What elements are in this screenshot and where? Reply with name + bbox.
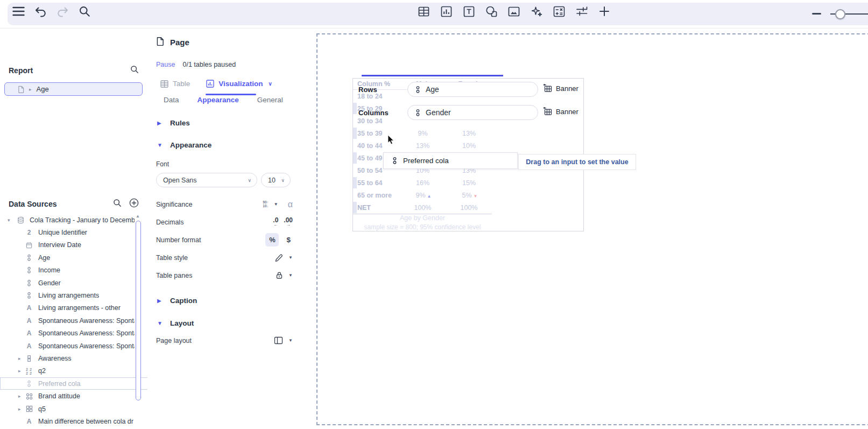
data-sources-scrollbar[interactable] — [136, 221, 141, 400]
zoom-out-icon[interactable] — [812, 13, 821, 15]
alpha-button[interactable]: α — [288, 200, 293, 209]
font-label: Font — [156, 160, 293, 168]
dropdown-caret-icon[interactable]: ▼ — [288, 273, 293, 278]
menu-icon[interactable] — [12, 5, 25, 18]
chevron-down-icon: ▼ — [157, 320, 163, 326]
insert-text-icon[interactable] — [462, 5, 475, 18]
cell-male: 13% — [399, 142, 448, 150]
tree-item-label: Income — [38, 266, 60, 274]
tab-appearance[interactable]: Appearance — [197, 96, 239, 104]
tab-visualization[interactable]: Visualization ∨ — [206, 80, 272, 88]
table-footer: Age by Gender sample size = 800; 95% con… — [353, 214, 492, 231]
currency-format-button[interactable]: $ — [284, 236, 293, 244]
chevron-right-icon: ▶ — [157, 120, 163, 126]
pause-status: 0/1 tables paused — [182, 61, 236, 68]
tree-item[interactable]: A Main difference between cola dr — [0, 415, 147, 427]
expand-arrow-icon[interactable] — [18, 352, 21, 364]
calculation-icon[interactable] — [553, 5, 566, 18]
table-row: 35 to 39 9% 13% — [353, 127, 492, 139]
section-caption[interactable]: ▶ Caption — [157, 297, 293, 305]
variable-type-icon — [25, 380, 33, 388]
tree-item[interactable]: Living arrangements — [0, 289, 147, 301]
expand-arrow-icon[interactable] — [8, 214, 10, 226]
tree-item[interactable]: Awareness — [0, 352, 147, 364]
table-row: 55 to 64 16% 15% — [353, 177, 492, 189]
rows-banner-button[interactable]: Banner — [542, 84, 578, 93]
toolbar-left-group — [12, 0, 91, 23]
tree-item-label: Interview Date — [38, 241, 81, 249]
tree-item[interactable]: A Spontaneous Awareness: Sponta — [0, 314, 147, 327]
undo-icon[interactable] — [34, 5, 47, 18]
add-plus-icon[interactable] — [598, 5, 611, 18]
decrease-decimals-button[interactable]: .0 ← — [273, 217, 278, 227]
expand-arrow-icon[interactable]: ▸ — [29, 87, 32, 92]
variable-type-icon: 2222 — [25, 368, 33, 375]
section-rules[interactable]: ▶ Rules — [157, 119, 293, 127]
tree-item[interactable]: Brand attitude — [0, 390, 147, 402]
insert-table-icon[interactable] — [417, 5, 430, 18]
dropdown-caret-icon[interactable]: ▼ — [288, 338, 293, 343]
tab-table[interactable]: Table — [160, 80, 190, 88]
ai-sparkle-icon[interactable] — [530, 5, 543, 18]
tree-item[interactable]: A Living arrangements - other — [0, 302, 147, 314]
tree-item[interactable]: Gender — [0, 277, 147, 289]
cell-female: 100% — [448, 204, 491, 212]
tree-item-label: Spontaneous Awareness: Sponta — [38, 329, 135, 337]
increase-decimals-button[interactable]: .00 → — [284, 217, 293, 227]
report-item-age[interactable]: ▸ Age — [4, 82, 143, 96]
pen-icon[interactable] — [274, 254, 283, 262]
variable-type-icon — [25, 393, 33, 400]
table-title: Age by Gender — [353, 214, 492, 222]
report-search-icon[interactable] — [130, 65, 139, 75]
pause-link[interactable]: Pause — [156, 61, 175, 68]
data-sources-search-icon[interactable] — [113, 199, 122, 209]
tree-item[interactable]: Cola Tracking - January to Decemb — [0, 214, 147, 226]
dropdown-caret-icon[interactable]: ▼ — [274, 202, 278, 207]
table-style-label: Table style — [156, 254, 188, 262]
lock-icon[interactable] — [276, 271, 283, 279]
tree-item-label: Main difference between cola dr — [38, 418, 133, 425]
table-row: NET 100% 100% — [353, 201, 492, 214]
insert-chart-icon[interactable] — [440, 5, 453, 18]
rows-input[interactable]: Age — [407, 82, 538, 97]
tree-item[interactable]: Income — [0, 264, 147, 277]
tree-item[interactable]: q5 — [0, 403, 147, 415]
expand-arrow-icon[interactable] — [18, 365, 21, 377]
expand-arrow-icon[interactable] — [18, 390, 21, 402]
tab-data[interactable]: Data — [164, 96, 179, 104]
columns-input[interactable]: Gender — [407, 105, 538, 120]
columns-banner-button[interactable]: Banner — [542, 107, 578, 116]
tree-item[interactable]: Preferred cola — [0, 377, 147, 390]
add-data-source-icon[interactable] — [129, 198, 139, 209]
tree-item[interactable]: Age — [0, 251, 147, 264]
table-icon — [160, 80, 168, 88]
table-panes-label: Table panes — [156, 272, 192, 279]
variable-type-icon — [25, 266, 33, 274]
tree-item[interactable]: A Spontaneous Awareness: Sponta — [0, 327, 147, 340]
cell-male: 16% — [399, 179, 448, 187]
tab-general[interactable]: General — [257, 96, 283, 104]
zoom-slider-handle[interactable] — [835, 9, 845, 19]
tree-item[interactable]: 2222 q2 — [0, 365, 147, 377]
font-family-select[interactable]: Open Sans ∨ — [156, 173, 257, 187]
insert-shapes-icon[interactable] — [485, 5, 498, 18]
percent-format-button[interactable]: % — [265, 233, 279, 247]
section-layout[interactable]: ▼ Layout — [157, 319, 293, 327]
insert-image-icon[interactable] — [507, 5, 520, 18]
expand-arrow-icon[interactable] — [18, 403, 21, 415]
section-appearance[interactable]: ▼ Appearance — [157, 141, 293, 149]
search-icon[interactable] — [78, 5, 91, 18]
tree-item[interactable]: 2 Unique Identifier — [0, 226, 147, 238]
tree-item-label: Cola Tracking - January to Decemb — [30, 216, 135, 224]
redo-icon[interactable] — [56, 5, 69, 18]
tree-item-label: Living arrangements — [38, 292, 99, 299]
font-size-select[interactable]: 10 ∨ — [261, 173, 291, 187]
dropdown-caret-icon[interactable]: ▼ — [288, 255, 293, 260]
significance-arrows-icon[interactable]: 90↑ 10↓ — [263, 201, 268, 208]
page-layout-icon[interactable] — [274, 336, 283, 344]
scrollbar-up-icon[interactable]: ▲ — [136, 214, 140, 219]
controls-sliders-icon[interactable] — [575, 5, 588, 18]
tree-item-label: Preferred cola — [38, 380, 81, 388]
tree-item[interactable]: A Spontaneous Awareness: Sponta — [0, 340, 147, 352]
tree-item[interactable]: Interview Date — [0, 239, 147, 251]
